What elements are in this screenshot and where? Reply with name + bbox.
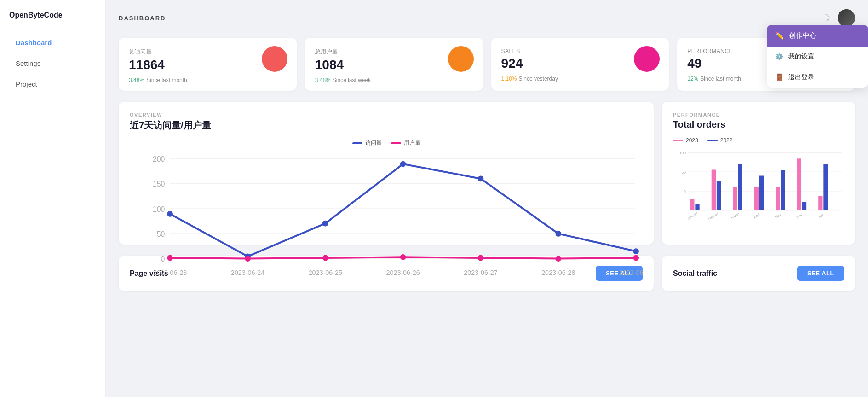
line-chart-svg: 200 150 100 50 0 [130, 152, 643, 284]
main-content: DASHBOARD ☽ ✏️ 创作中心 ⚙️ 我的设置 🚪 退出登录 [106, 0, 868, 397]
stat-circle-users [448, 46, 474, 72]
svg-text:2023-06-23: 2023-06-23 [153, 269, 187, 276]
dropdown-item-logout[interactable]: 🚪 退出登录 [767, 67, 868, 88]
avatar-image [838, 9, 855, 27]
perf-title: Total orders [673, 119, 844, 130]
legend-visits: 访问量 [352, 139, 382, 147]
sidebar-item-settings[interactable]: Settings [9, 55, 96, 72]
svg-text:June: June [796, 212, 803, 219]
stat-cards: 总访问量 11864 3.48% Since last month 总用户量 1… [119, 38, 855, 91]
dropdown-creation-label: 创作中心 [789, 31, 816, 40]
legend-2023: 2023 [673, 137, 698, 144]
legend-dot-2023 [673, 140, 683, 141]
svg-text:March: March [730, 212, 740, 220]
social-traffic-card: Social traffic SEE ALL [662, 256, 855, 291]
dropdown-settings-label: 我的设置 [788, 53, 814, 61]
svg-text:100: 100 [153, 205, 165, 213]
stat-card-visits: 总访问量 11864 3.48% Since last month [119, 38, 297, 91]
svg-rect-43 [738, 164, 742, 210]
legend-users: 用户量 [391, 139, 420, 147]
sidebar-item-project[interactable]: Project [9, 76, 96, 93]
legend-2022: 2022 [707, 137, 733, 144]
dropdown-item-settings[interactable]: ⚙️ 我的设置 [767, 47, 868, 67]
legend-dot-users [391, 142, 401, 144]
stat-pct-perf: 12% [687, 76, 698, 82]
stat-change-text-users: Since last week [333, 77, 371, 83]
logout-icon: 🚪 [775, 73, 784, 82]
charts-row: OVERVIEW 近7天访问量/用户量 访问量 用户量 [119, 102, 855, 245]
svg-text:100: 100 [679, 151, 686, 155]
svg-rect-45 [759, 176, 764, 210]
svg-point-22 [555, 256, 561, 262]
svg-rect-44 [754, 187, 759, 210]
svg-rect-50 [818, 196, 822, 210]
svg-text:50: 50 [682, 170, 686, 175]
stat-change-text-perf: Since last month [700, 76, 741, 82]
svg-text:July: July [817, 213, 824, 219]
sidebar-item-dashboard[interactable]: Dashboard [9, 34, 96, 51]
page-title: DASHBOARD [119, 15, 166, 22]
svg-point-17 [167, 255, 173, 261]
svg-rect-39 [695, 204, 699, 210]
stat-card-users: 总用户量 1084 3.48% Since last week [305, 38, 483, 91]
svg-text:150: 150 [153, 180, 165, 188]
legend-dot-visits [352, 142, 362, 144]
svg-rect-40 [712, 169, 716, 210]
svg-point-14 [478, 176, 484, 182]
svg-point-23 [633, 255, 639, 261]
svg-rect-41 [717, 181, 721, 210]
bar-chart-container: 100 50 0 [673, 148, 844, 231]
stat-change-visits: 3.48% Since last month [129, 77, 287, 83]
svg-point-18 [245, 256, 251, 262]
svg-point-16 [633, 248, 639, 254]
legend-label-2022: 2022 [720, 137, 733, 144]
dropdown-item-creation[interactable]: ✏️ 创作中心 [767, 25, 868, 47]
gear-icon: ⚙️ [775, 53, 784, 61]
stat-pct-sales: 1.10% [501, 76, 517, 82]
svg-text:May: May [775, 213, 782, 219]
svg-text:50: 50 [157, 230, 165, 238]
svg-text:2023-06-24: 2023-06-24 [231, 269, 264, 276]
svg-point-10 [167, 211, 173, 217]
line-chart-container: 200 150 100 50 0 [130, 152, 643, 234]
svg-text:2023-06-25: 2023-06-25 [309, 269, 342, 276]
header: DASHBOARD ☽ ✏️ 创作中心 ⚙️ 我的设置 🚪 退出登录 [119, 9, 855, 27]
svg-rect-47 [781, 170, 785, 210]
social-traffic-title: Social traffic [673, 269, 717, 278]
svg-point-21 [478, 255, 484, 261]
stat-circle-visits [262, 46, 287, 72]
overview-section-label: OVERVIEW [130, 112, 643, 117]
social-traffic-see-all-button[interactable]: SEE ALL [797, 266, 844, 281]
stat-card-sales: SALES 924 1.10% Since yesterday [491, 38, 669, 91]
dropdown-logout-label: 退出登录 [788, 73, 814, 82]
stat-pct-visits: 3.48% [129, 77, 144, 83]
svg-text:200: 200 [153, 155, 165, 163]
stat-change-users: 3.48% Since last week [315, 77, 473, 83]
stat-pct-users: 3.48% [315, 77, 331, 83]
sidebar: OpenByteCode Dashboard Settings Project [0, 0, 106, 397]
stat-change-sales: 1.10% Since yesterday [501, 76, 659, 82]
theme-toggle-icon[interactable]: ☽ [822, 12, 830, 23]
app-logo: OpenByteCode [9, 11, 96, 19]
svg-text:January: January [687, 211, 698, 221]
pencil-icon: ✏️ [775, 31, 784, 40]
performance-chart-card: PERFORMANCE Total orders 2023 2022 [662, 102, 855, 245]
legend-label-users: 用户量 [404, 139, 420, 147]
svg-text:0: 0 [161, 255, 165, 263]
svg-rect-49 [802, 202, 806, 210]
avatar[interactable] [838, 9, 855, 27]
svg-point-12 [322, 221, 328, 227]
svg-point-15 [555, 231, 561, 237]
user-dropdown-menu: ✏️ 创作中心 ⚙️ 我的设置 🚪 退出登录 [767, 25, 868, 88]
svg-text:2023-06-29: 2023-06-29 [619, 269, 643, 276]
bar-chart-legend: 2023 2022 [673, 137, 844, 144]
svg-point-13 [400, 161, 406, 167]
line-chart-legend: 访问量 用户量 [130, 139, 643, 147]
svg-rect-38 [690, 199, 694, 210]
legend-label-visits: 访问量 [365, 139, 382, 147]
overview-title: 近7天访问量/用户量 [130, 119, 643, 132]
svg-rect-46 [776, 187, 780, 210]
svg-text:0: 0 [684, 189, 686, 194]
stat-circle-sales [634, 46, 660, 72]
svg-text:February: February [707, 211, 720, 222]
